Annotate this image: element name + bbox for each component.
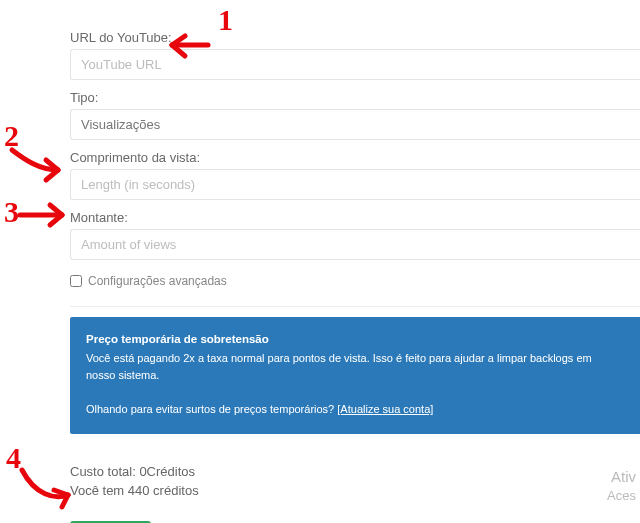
label-type: Tipo: (70, 90, 640, 105)
field-length: Comprimento da vista: (70, 150, 640, 200)
label-amount: Montante: (70, 210, 640, 225)
notice-body: Você está pagando 2x a taxa normal para … (86, 350, 624, 383)
notice-footer-text: Olhando para evitar surtos de preços tem… (86, 403, 337, 415)
label-url: URL do YouTube: (70, 30, 640, 45)
notice-footer: Olhando para evitar surtos de preços tem… (86, 401, 624, 418)
submission-form: URL do YouTube: Tipo: Visualizações Comp… (70, 30, 640, 523)
anno-number-2: 2 (4, 119, 19, 152)
anno-number-3: 3 (4, 195, 19, 228)
input-amount[interactable] (70, 229, 640, 260)
side-line-1: Ativ (607, 466, 636, 487)
surge-notice: Preço temporária de sobretensão Você est… (70, 317, 640, 434)
advanced-checkbox[interactable] (70, 275, 82, 287)
field-url: URL do YouTube: (70, 30, 640, 80)
side-faded-text: Ativ Aces (607, 466, 636, 505)
upgrade-account-link[interactable]: [Atualize sua conta] (337, 403, 433, 415)
total-cost-value: 0Créditos (139, 464, 195, 479)
anno-number-4: 4 (6, 441, 21, 474)
label-length: Comprimento da vista: (70, 150, 640, 165)
advanced-row: Configurações avançadas (70, 274, 640, 288)
divider (70, 306, 640, 307)
notice-title: Preço temporária de sobretensão (86, 331, 624, 348)
side-line-2: Aces (607, 487, 636, 505)
balance-row: Você tem 440 créditos (70, 481, 640, 501)
field-type: Tipo: Visualizações (70, 90, 640, 140)
advanced-label: Configurações avançadas (88, 274, 227, 288)
select-type[interactable]: Visualizações (70, 109, 640, 140)
input-length[interactable] (70, 169, 640, 200)
field-amount: Montante: (70, 210, 640, 260)
total-cost-label: Custo total: (70, 464, 139, 479)
total-cost-row: Custo total: 0Créditos (70, 462, 640, 482)
totals: Custo total: 0Créditos Você tem 440 créd… (70, 462, 640, 501)
input-url[interactable] (70, 49, 640, 80)
